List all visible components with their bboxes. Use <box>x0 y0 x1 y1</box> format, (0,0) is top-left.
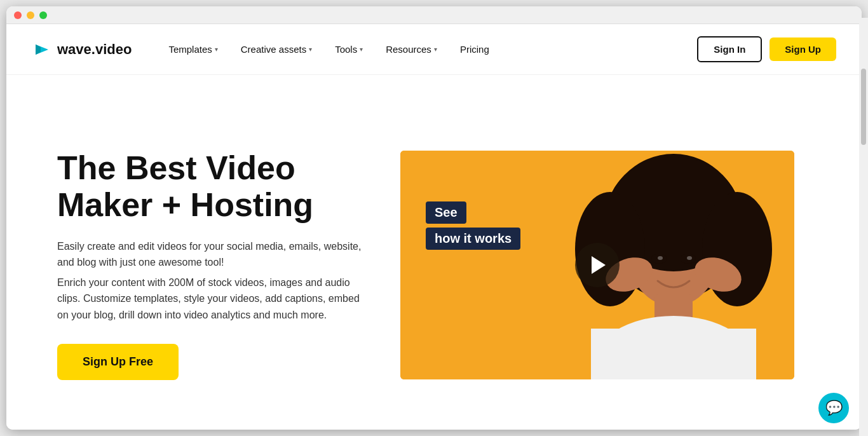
nav-menu: Templates ▾ Creative assets ▾ Tools ▾ Re… <box>157 24 697 75</box>
nav-resources[interactable]: Resources ▾ <box>374 24 449 75</box>
nav-actions: Sign In Sign Up <box>697 36 836 62</box>
svg-point-14 <box>658 256 663 260</box>
browser-window: wave.video Templates ▾ Creative assets ▾… <box>6 6 862 430</box>
minimize-button[interactable] <box>27 11 34 19</box>
sign-in-button[interactable]: Sign In <box>697 36 762 62</box>
hero-text: The Best Video Maker + Hosting Easily cr… <box>57 150 362 379</box>
close-button[interactable] <box>14 11 22 19</box>
chevron-down-icon: ▾ <box>360 46 363 53</box>
play-button[interactable] <box>575 243 620 287</box>
see-how-banner: See how it works <box>426 201 520 250</box>
hero-title: The Best Video Maker + Hosting <box>57 150 362 222</box>
sign-up-button[interactable]: Sign Up <box>770 37 836 61</box>
video-thumbnail[interactable]: See how it works <box>400 151 794 379</box>
chat-icon: 💬 <box>825 400 843 416</box>
logo-icon <box>32 39 52 60</box>
blue-accent-right <box>833 163 846 392</box>
maximize-button[interactable] <box>39 11 47 19</box>
svg-marker-1 <box>36 44 41 55</box>
navbar: wave.video Templates ▾ Creative assets ▾… <box>6 24 862 75</box>
hero-description-2: Enrich your content with 200M of stock v… <box>57 275 362 324</box>
banner-how-text: how it works <box>426 228 520 250</box>
nav-pricing[interactable]: Pricing <box>449 24 501 75</box>
chat-widget[interactable]: 💬 <box>818 393 849 423</box>
chevron-down-icon: ▾ <box>309 46 312 53</box>
woman-illustration <box>519 151 794 379</box>
nav-creative-assets[interactable]: Creative assets ▾ <box>229 24 323 75</box>
banner-see-text: See <box>426 201 466 224</box>
page-content: wave.video Templates ▾ Creative assets ▾… <box>6 24 862 430</box>
signup-free-button[interactable]: Sign Up Free <box>57 344 179 380</box>
logo[interactable]: wave.video <box>32 39 132 60</box>
hero-description-1: Easily create and edit videos for your s… <box>57 238 362 271</box>
nav-tools[interactable]: Tools ▾ <box>323 24 374 75</box>
svg-point-15 <box>687 256 692 260</box>
scrollbar-thumb[interactable] <box>861 69 862 145</box>
chevron-down-icon: ▾ <box>215 46 218 53</box>
titlebar <box>6 6 862 24</box>
hero-section: The Best Video Maker + Hosting Easily cr… <box>6 75 862 430</box>
scrollbar[interactable] <box>859 18 862 430</box>
nav-templates[interactable]: Templates ▾ <box>157 24 229 75</box>
chevron-down-icon: ▾ <box>434 46 437 53</box>
logo-text: wave.video <box>57 41 132 58</box>
svg-rect-9 <box>591 329 756 379</box>
play-icon <box>592 256 606 274</box>
hero-media: See how it works <box>400 151 836 379</box>
